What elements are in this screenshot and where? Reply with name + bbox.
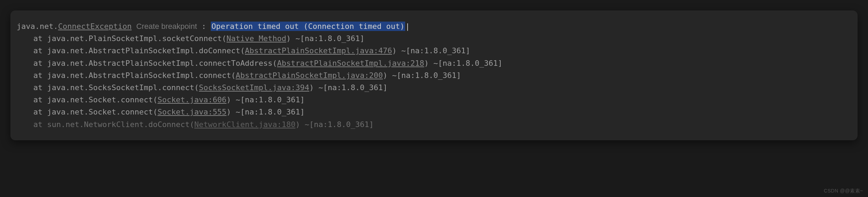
- frame-method: java.net.AbstractPlainSocketImpl.connect…: [47, 59, 277, 68]
- frame-suffix: ~[na:1.8.0_361]: [397, 46, 470, 55]
- frame-method: java.net.SocksSocketImpl.connect(: [47, 83, 199, 92]
- stacktrace-console[interactable]: java.net.ConnectException Create breakpo…: [10, 10, 858, 140]
- stack-frame: at java.net.AbstractPlainSocketImpl.conn…: [17, 69, 851, 81]
- frame-prefix: at: [33, 108, 47, 116]
- frame-prefix: at: [33, 120, 47, 129]
- frame-prefix: at: [33, 34, 47, 43]
- frame-close: ): [286, 34, 291, 43]
- exception-message-selected[interactable]: Operation timed out (Connection timed ou…: [211, 22, 405, 31]
- frame-source-link[interactable]: Socket.java:555: [158, 108, 227, 116]
- stack-frame: at java.net.AbstractPlainSocketImpl.doCo…: [17, 45, 851, 57]
- frame-close: ): [226, 108, 231, 116]
- frame-source-link[interactable]: Socket.java:606: [158, 95, 227, 104]
- stack-frame: at java.net.SocksSocketImpl.connect(Sock…: [17, 81, 851, 94]
- exception-class-link[interactable]: ConnectException: [58, 22, 132, 31]
- frame-source-link[interactable]: SocksSocketImpl.java:394: [199, 83, 309, 92]
- frame-suffix: ~[na:1.8.0_361]: [300, 120, 374, 129]
- frame-source-link[interactable]: AbstractPlainSocketImpl.java:200: [236, 71, 383, 80]
- frame-method: sun.net.NetworkClient.doConnect(: [47, 120, 194, 129]
- frame-method: java.net.Socket.connect(: [47, 108, 158, 116]
- stack-frame: at java.net.Socket.connect(Socket.java:5…: [17, 106, 851, 118]
- frame-method: java.net.AbstractPlainSocketImpl.doConne…: [47, 46, 245, 55]
- frame-suffix: ~[na:1.8.0_361]: [387, 71, 461, 80]
- text-cursor: |: [405, 22, 410, 31]
- exception-package: java.net.: [17, 22, 58, 31]
- create-breakpoint-hint[interactable]: Create breakpoint: [136, 22, 197, 31]
- frame-source-link[interactable]: NetworkClient.java:180: [194, 120, 295, 129]
- frame-source-link[interactable]: Native Method: [226, 34, 286, 43]
- stack-frame: at java.net.PlainSocketImpl.socketConnec…: [17, 32, 851, 45]
- csdn-watermark: CSDN @@素素~: [824, 188, 863, 194]
- stack-frame-cutoff: at sun.net.NetworkClient.doConnect(Netwo…: [17, 118, 851, 131]
- exception-header-line: java.net.ConnectException Create breakpo…: [17, 20, 851, 32]
- frame-suffix: ~[na:1.8.0_361]: [291, 34, 365, 43]
- stack-frame: at java.net.Socket.connect(Socket.java:6…: [17, 94, 851, 106]
- frame-close: ): [424, 59, 429, 68]
- frame-close: ): [383, 71, 387, 80]
- colon-separator: :: [197, 22, 211, 31]
- frame-source-link[interactable]: AbstractPlainSocketImpl.java:476: [245, 46, 392, 55]
- frame-suffix: ~[na:1.8.0_361]: [231, 95, 305, 104]
- frame-method: java.net.AbstractPlainSocketImpl.connect…: [47, 71, 236, 80]
- frame-prefix: at: [33, 46, 47, 55]
- stack-frame: at java.net.AbstractPlainSocketImpl.conn…: [17, 57, 851, 69]
- frame-prefix: at: [33, 71, 47, 80]
- frame-close: ): [392, 46, 397, 55]
- frame-close: ): [309, 83, 314, 92]
- frame-prefix: at: [33, 95, 47, 104]
- frame-prefix: at: [33, 59, 47, 68]
- frame-method: java.net.Socket.connect(: [47, 95, 158, 104]
- frame-prefix: at: [33, 83, 47, 92]
- frame-source-link[interactable]: AbstractPlainSocketImpl.java:218: [277, 59, 424, 68]
- frame-method: java.net.PlainSocketImpl.socketConnect(: [47, 34, 227, 43]
- frame-suffix: ~[na:1.8.0_361]: [231, 108, 305, 116]
- frame-suffix: ~[na:1.8.0_361]: [429, 59, 502, 68]
- frame-close: ): [295, 120, 300, 129]
- frame-suffix: ~[na:1.8.0_361]: [314, 83, 387, 92]
- frame-close: ): [226, 95, 231, 104]
